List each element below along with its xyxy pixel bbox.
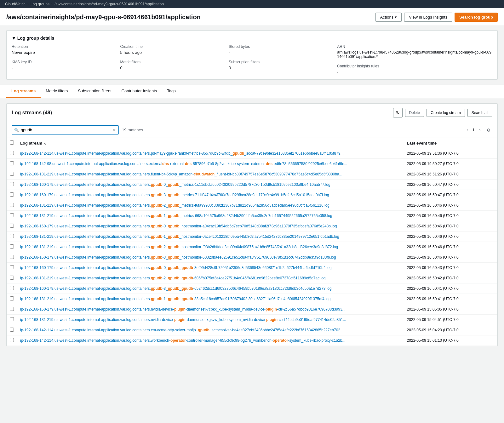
- row-checkbox[interactable]: [10, 234, 14, 238]
- nav-sep2: ›: [51, 2, 53, 6]
- row-checkbox[interactable]: [10, 255, 14, 259]
- log-stream-link[interactable]: ip-192-168-160-179.us-west-1.compute.int…: [20, 286, 332, 291]
- clear-icon[interactable]: ✕: [112, 128, 116, 133]
- log-stream-cell: ip-192-168-131-219.us-west-1.compute.int…: [17, 273, 404, 283]
- log-stream-cell: ip-192-168-142-98.us-west-1.compute.inte…: [17, 159, 404, 169]
- row-checkbox[interactable]: [10, 161, 14, 165]
- creation-label: Creation time: [120, 44, 223, 49]
- row-checkbox[interactable]: [10, 265, 14, 269]
- log-stream-link[interactable]: ip-192-168-160-179.us-west-1.compute.int…: [20, 182, 330, 187]
- log-stream-link[interactable]: ip-192-168-131-219.us-west-1.compute.int…: [20, 245, 338, 249]
- table-row: ip-192-168-131-219.us-west-1.compute.int…: [7, 294, 497, 304]
- row-checkbox[interactable]: [10, 276, 14, 280]
- row-checkbox[interactable]: [10, 203, 14, 207]
- kms-value: -: [12, 66, 115, 70]
- table-row: ip-192-168-142-114.us-west-1.compute.int…: [7, 148, 497, 159]
- row-checkbox[interactable]: [10, 224, 14, 228]
- stored-label: Stored bytes: [229, 44, 332, 49]
- table-row: ip-192-168-142-114.us-west-1.compute.int…: [7, 325, 497, 335]
- nav-log-groups[interactable]: Log groups: [31, 2, 49, 6]
- log-stream-link[interactable]: ip-192-168-131-219.us-west-1.compute.int…: [20, 234, 339, 239]
- breadcrumb: CloudWatch › Log groups › /aws/container…: [0, 0, 504, 8]
- row-checkbox[interactable]: [10, 182, 14, 186]
- log-stream-cell: ip-192-168-131-219.us-west-1.compute.int…: [17, 211, 404, 221]
- log-stream-link[interactable]: ip-192-168-131-219.us-west-1.compute.int…: [20, 203, 329, 208]
- search-input[interactable]: [12, 125, 119, 134]
- row-checkbox[interactable]: [10, 338, 14, 342]
- table-row: ip-192-168-142-114.us-west-1.compute.int…: [7, 335, 497, 346]
- log-stream-cell: ip-192-168-160-179.us-west-1.compute.int…: [17, 221, 404, 232]
- column-settings-button[interactable]: ⚙: [485, 126, 492, 134]
- tab-subscription-filters[interactable]: Subscription filters: [73, 85, 116, 98]
- log-stream-link[interactable]: ip-192-168-160-179.us-west-1.compute.int…: [20, 193, 329, 197]
- page-header: /aws/containerinsights/pd-may9-gpu-s-069…: [0, 8, 504, 25]
- log-stream-cell: ip-192-168-160-179.us-west-1.compute.int…: [17, 263, 404, 273]
- creation-value: 5 hours ago: [120, 50, 223, 55]
- search-all-button[interactable]: Search all: [467, 109, 492, 117]
- table-row: ip-192-168-131-219.us-west-1.compute.int…: [7, 211, 497, 221]
- timestamp-cell: 2022-05-09 15:04:51 (UTC-7:0: [404, 315, 497, 325]
- metric-filters-label: Metric filters: [120, 60, 223, 64]
- details-toggle[interactable]: ▼ Log group details: [12, 36, 492, 41]
- log-stream-link[interactable]: ip-192-168-142-114.us-west-1.compute.int…: [20, 151, 344, 156]
- tab-log-streams[interactable]: Log streams: [6, 85, 41, 98]
- row-checkbox[interactable]: [10, 307, 14, 311]
- dropdown-icon: ▾: [395, 15, 397, 20]
- log-stream-link[interactable]: ip-192-168-131-219.us-west-1.compute.int…: [20, 214, 332, 218]
- table-row: ip-192-168-131-219.us-west-1.compute.int…: [7, 242, 497, 252]
- log-stream-cell: ip-192-168-160-179.us-west-1.compute.int…: [17, 180, 404, 190]
- row-checkbox[interactable]: [10, 244, 14, 249]
- nav-cloudwatch[interactable]: CloudWatch: [5, 2, 26, 6]
- create-log-stream-button[interactable]: Create log stream: [427, 109, 465, 117]
- actions-button[interactable]: Actions ▾: [375, 13, 402, 22]
- select-all-checkbox[interactable]: [10, 140, 14, 145]
- tab-tags[interactable]: Tags: [162, 85, 180, 98]
- log-stream-link[interactable]: ip-192-168-142-114.us-west-1.compute.int…: [20, 328, 343, 332]
- log-stream-link[interactable]: ip-192-168-131-219.us-west-1.compute.int…: [20, 172, 342, 176]
- view-in-logs-button[interactable]: View in Logs Insights: [404, 13, 452, 22]
- row-checkbox[interactable]: [10, 213, 14, 217]
- row-checkbox[interactable]: [10, 286, 14, 290]
- subscription-label: Subscription filters: [229, 60, 332, 64]
- next-page-button[interactable]: ›: [476, 126, 484, 134]
- row-checkbox[interactable]: [10, 328, 14, 332]
- log-stream-link[interactable]: ip-192-168-160-179.us-west-1.compute.int…: [20, 266, 332, 270]
- log-stream-tbody: ip-192-168-142-114.us-west-1.compute.int…: [7, 148, 497, 346]
- log-stream-link[interactable]: ip-192-168-160-179.us-west-1.compute.int…: [20, 224, 337, 228]
- log-stream-link[interactable]: ip-192-168-131-219.us-west-1.compute.int…: [20, 276, 326, 280]
- timestamp-cell: 2022-05-09 19:50:27 (UTC-7:0: [404, 159, 497, 169]
- stream-column-header[interactable]: Log stream ⌄: [17, 138, 404, 148]
- row-checkbox[interactable]: [10, 172, 14, 176]
- timestamp-cell: 2022-05-09 19:51:36 (UTC-7:0: [404, 148, 497, 159]
- table-row: ip-192-168-160-179.us-west-1.compute.int…: [7, 252, 497, 263]
- row-checkbox[interactable]: [10, 192, 14, 197]
- log-stream-link[interactable]: ip-192-168-160-179.us-west-1.compute.int…: [20, 307, 346, 312]
- tab-metric-filters[interactable]: Metric filters: [41, 85, 73, 98]
- log-stream-cell: ip-192-168-131-219.us-west-1.compute.int…: [17, 169, 404, 180]
- log-stream-link[interactable]: ip-192-168-131-219.us-west-1.compute.int…: [20, 317, 346, 322]
- prev-page-button[interactable]: ‹: [464, 126, 471, 134]
- refresh-button[interactable]: ↻: [393, 108, 403, 117]
- table-row: ip-192-168-131-219.us-west-1.compute.int…: [7, 273, 497, 283]
- timestamp-cell: 2022-05-09 16:50:47 (UTC-7:0: [404, 180, 497, 190]
- search-log-group-button[interactable]: Search log group: [455, 13, 498, 22]
- timestamp-cell: 2022-05-09 15:05:05 (UTC-7:0: [404, 304, 497, 315]
- row-checkbox[interactable]: [10, 317, 14, 321]
- sort-icon: ⌄: [43, 141, 47, 146]
- log-stream-link[interactable]: ip-192-168-160-179.us-west-1.compute.int…: [20, 255, 336, 260]
- page-title: /aws/containerinsights/pd-may9-gpu-s-069…: [6, 14, 201, 21]
- tab-contributor-insights[interactable]: Contributor Insights: [117, 85, 162, 98]
- log-stream-link[interactable]: ip-192-168-142-114.us-west-1.compute.int…: [20, 338, 346, 343]
- search-wrapper: 🔍 ✕: [12, 125, 119, 134]
- log-stream-link[interactable]: ip-192-168-142-98.us-west-1.compute.inte…: [20, 162, 347, 166]
- page-number: 1: [472, 128, 475, 132]
- retention-label: Retention: [12, 44, 115, 49]
- search-icon: 🔍: [14, 128, 19, 132]
- retention-value: Never expire: [12, 50, 115, 55]
- log-stream-cell: ip-192-168-131-219.us-west-1.compute.int…: [17, 242, 404, 252]
- log-stream-link[interactable]: ip-192-168-131-219.us-west-1.compute.int…: [20, 297, 330, 301]
- row-checkbox[interactable]: [10, 151, 14, 155]
- row-checkbox[interactable]: [10, 296, 14, 300]
- delete-button[interactable]: Delete: [405, 109, 424, 117]
- contributor-label: Contributor Insights rules: [337, 64, 492, 68]
